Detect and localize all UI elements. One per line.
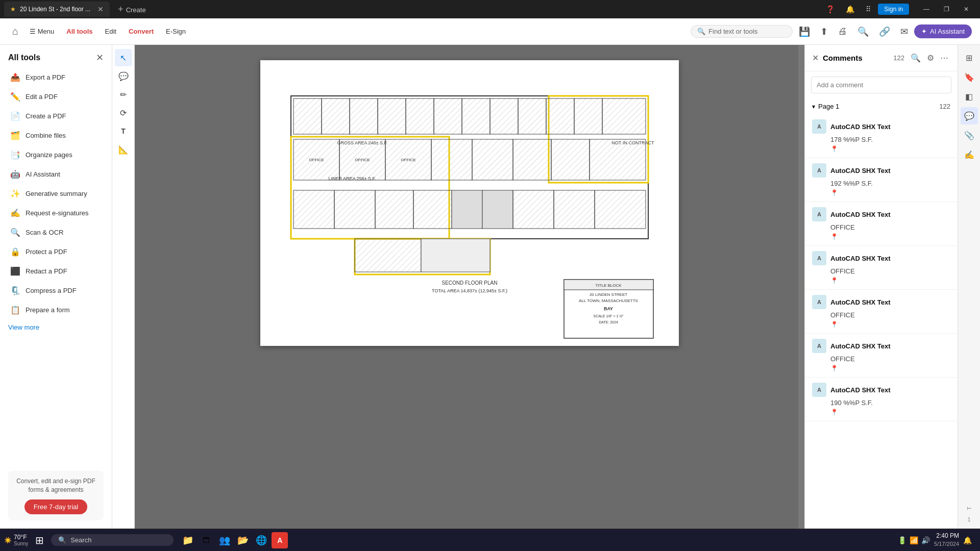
sign-in-button[interactable]: Sign in (878, 4, 909, 15)
create-label: Create (126, 6, 146, 14)
thumbnail-view-button[interactable]: ⊞ (961, 49, 978, 66)
text-tool-button[interactable]: T (115, 122, 132, 140)
taskbar-app-taskview[interactable]: 🗔 (198, 532, 214, 548)
link-icon[interactable]: 🔗 (875, 24, 894, 39)
ai-star-icon: ✦ (921, 28, 927, 35)
comment-item[interactable]: A AutoCAD SHX Text OFFICE 📍 (805, 290, 958, 334)
comments-close-button[interactable]: ✕ (812, 53, 819, 63)
comment-item[interactable]: A AutoCAD SHX Text OFFICE 📍 (805, 246, 958, 290)
minimize-button[interactable]: — (916, 3, 937, 16)
restore-button[interactable]: ❐ (937, 3, 957, 16)
comments-panel: ✕ Comments 122 🔍 ⚙ ⋯ ▾ Page 1 122 (804, 45, 958, 529)
save-icon[interactable]: 💾 (795, 24, 814, 39)
comment-item[interactable]: A AutoCAD SHX Text 178 %%P S.F. 📍 (805, 114, 958, 158)
floor-plan-svg: GROSS AREA 246± S.F. NOT IN CONTRACT LIN… (260, 60, 679, 346)
tool-item-protect-pdf[interactable]: 🔒 Protect a PDF (2, 242, 110, 261)
new-tab-button[interactable]: + Create (114, 3, 150, 16)
tool-item-redact-pdf[interactable]: ⬛ Redact a PDF (2, 261, 110, 281)
taskbar-search[interactable]: 🔍 Search (51, 534, 174, 546)
tool-label-organize-pages: Organize pages (26, 151, 72, 159)
tool-item-generative-summary[interactable]: ✨ Generative summary (2, 184, 110, 203)
svg-rect-8 (350, 98, 378, 134)
upload-icon[interactable]: ⬆ (816, 24, 832, 39)
bookmark-button[interactable]: 🔖 (961, 68, 978, 86)
esign-menu[interactable]: E-Sign (161, 24, 191, 38)
right-panel-label: T (966, 507, 972, 510)
tool-label-edit-pdf: Edit a PDF (26, 93, 58, 101)
help-icon[interactable]: ❓ (822, 3, 839, 15)
taskbar-app-folder[interactable]: 📂 (235, 532, 251, 548)
comments-title: Comments (823, 54, 889, 62)
all-tools-menu[interactable]: All tools (61, 24, 97, 38)
comment-text: 178 %%P S.F. (830, 136, 950, 143)
attachments-button[interactable]: 📎 (961, 127, 978, 144)
redact-pdf-icon: ⬛ (10, 266, 20, 276)
network-icon: 📶 (910, 536, 918, 544)
tool-item-organize-pages[interactable]: 📑 Organize pages (2, 145, 110, 164)
svg-text:ALL TOWN, MASSACHUSETTS: ALL TOWN, MASSACHUSETTS (579, 298, 638, 303)
weather-icon: ☀️ (4, 537, 12, 544)
tool-item-create-pdf[interactable]: 📄 Create a PDF (2, 106, 110, 126)
edit-menu[interactable]: Edit (100, 24, 121, 38)
comment-item[interactable]: A AutoCAD SHX Text 192 %%P S.F. 📍 (805, 158, 958, 202)
close-button[interactable]: ✕ (957, 3, 976, 16)
request-esignatures-icon: ✍️ (10, 208, 20, 218)
zoom-icon[interactable]: 🔍 (853, 24, 873, 39)
comments-filter-button[interactable]: ⚙ (925, 51, 936, 65)
comments-toggle-button[interactable]: 💬 (961, 107, 978, 124)
add-comment-input[interactable] (811, 77, 951, 93)
draw-tool-button[interactable]: ✏ (115, 86, 132, 103)
tool-item-compress-pdf[interactable]: 🗜️ Compress a PDF (2, 281, 110, 300)
panel-title: All tools (8, 53, 40, 62)
layers-button[interactable]: ◧ (961, 88, 978, 105)
select-tool-button[interactable]: ↖ (115, 49, 132, 66)
comments-search-button[interactable]: 🔍 (909, 51, 923, 65)
comment-tool-button[interactable]: 💬 (115, 67, 132, 85)
taskbar-start-icon[interactable]: ⊞ (30, 532, 49, 548)
edit-pdf-icon: ✏️ (10, 91, 20, 102)
menu-button[interactable]: ☰ Menu (24, 24, 59, 38)
svg-rect-33 (452, 190, 482, 229)
comment-pin-icon: 📍 (830, 145, 950, 153)
taskbar-app-browser[interactable]: 🌐 (253, 532, 270, 548)
comment-item[interactable]: A AutoCAD SHX Text OFFICE 📍 (805, 202, 958, 246)
taskbar-app-file-explorer[interactable]: 📁 (180, 532, 196, 548)
find-tools-bar[interactable]: 🔍 Find text or tools (691, 25, 793, 38)
tool-item-prepare-form[interactable]: 📋 Prepare a form (2, 300, 110, 319)
tool-item-scan-ocr[interactable]: 🔍 Scan & OCR (2, 222, 110, 242)
tool-item-ai-assistant[interactable]: 🤖 AI Assistant (2, 164, 110, 184)
free-trial-button[interactable]: Free 7-day trial (24, 499, 87, 514)
signatures-button[interactable]: ✍ (961, 146, 978, 163)
taskbar-app-teams[interactable]: 👥 (216, 532, 233, 548)
browser-tab-active[interactable]: ★ 20 Linden St - 2nd floor ... ✕ (4, 2, 110, 17)
ai-assistant-button[interactable]: ✦ AI Assistant (914, 24, 972, 38)
apps-icon[interactable]: ⠿ (862, 3, 875, 15)
tool-item-edit-pdf[interactable]: ✏️ Edit a PDF (2, 87, 110, 106)
view-more-link[interactable]: View more (0, 319, 112, 335)
mail-icon[interactable]: ✉ (896, 24, 912, 39)
tab-close-icon[interactable]: ✕ (97, 5, 104, 13)
vertical-scrollbar[interactable] (798, 45, 804, 529)
comment-item[interactable]: A AutoCAD SHX Text OFFICE 📍 (805, 334, 958, 378)
convert-menu[interactable]: Convert (124, 24, 159, 38)
comment-item[interactable]: A AutoCAD SHX Text 190 %%P S.F. 📍 (805, 378, 958, 421)
notification-icon[interactable]: 🔔 (842, 3, 859, 15)
notification-center-icon[interactable]: 🔔 (963, 536, 972, 544)
taskbar-app-acrobat[interactable]: A (272, 532, 288, 548)
comments-more-button[interactable]: ⋯ (938, 51, 950, 65)
comment-avatar: A (812, 383, 826, 397)
svg-text:OFFICE: OFFICE (355, 158, 370, 162)
panel-close-button[interactable]: ✕ (96, 52, 104, 63)
lasso-tool-button[interactable]: ⟳ (115, 104, 132, 121)
comment-text: OFFICE (830, 311, 950, 319)
svg-rect-14 (518, 98, 546, 134)
svg-text:BAY: BAY (604, 306, 613, 311)
measure-tool-button[interactable]: 📐 (115, 141, 132, 158)
tool-item-combine-files[interactable]: 🗂️ Combine files (2, 126, 110, 145)
tool-item-export-pdf[interactable]: 📤 Export a PDF (2, 67, 110, 87)
svg-rect-10 (406, 98, 434, 134)
print-icon[interactable]: 🖨 (834, 24, 851, 39)
pdf-viewer[interactable]: GROSS AREA 246± S.F. NOT IN CONTRACT LIN… (135, 45, 804, 529)
tool-item-request-esignatures[interactable]: ✍️ Request e-signatures (2, 203, 110, 222)
home-icon[interactable]: ⌂ (8, 22, 22, 40)
